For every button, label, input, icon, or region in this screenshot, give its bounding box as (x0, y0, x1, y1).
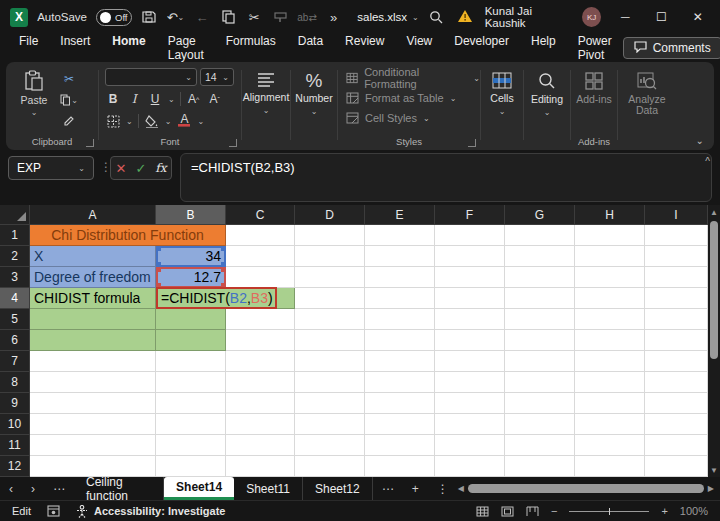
menu-help[interactable]: Help (520, 30, 567, 66)
tab-more-icon[interactable]: ⋯ (44, 482, 74, 496)
column-header-G[interactable]: G (505, 205, 575, 225)
cell-B11[interactable] (156, 435, 226, 456)
cell-A5[interactable] (30, 309, 156, 330)
cell-A7[interactable] (30, 351, 156, 372)
redo-icon[interactable]: ← (193, 8, 210, 26)
accessibility-status[interactable]: Accessibility: Investigate (76, 505, 225, 518)
cell-D5[interactable] (295, 309, 365, 330)
analyze-data-button[interactable]: Analyze Data (618, 62, 676, 150)
cell-F7[interactable] (435, 351, 505, 372)
cell-E7[interactable] (365, 351, 435, 372)
format-painter-button[interactable] (58, 113, 80, 129)
qat-overflow-icon[interactable]: » (325, 8, 342, 26)
cell-C7[interactable] (226, 351, 295, 372)
cell-B6[interactable] (156, 330, 226, 351)
cell-I5[interactable] (645, 309, 708, 330)
menu-power-pivot[interactable]: Power Pivot (567, 30, 623, 66)
formula-bar-collapse-icon[interactable]: ^ (705, 156, 710, 167)
menu-formulas[interactable]: Formulas (215, 30, 287, 66)
cell-A4[interactable]: CHIDIST formula (30, 288, 156, 309)
cell-A9[interactable] (30, 393, 156, 414)
tab-prev-icon[interactable]: ‹ (0, 482, 22, 496)
addins-button[interactable]: Add-ins Add-ins (571, 62, 617, 150)
cell-A6[interactable] (30, 330, 156, 351)
formula-input[interactable]: =CHIDIST(B2,B3) (180, 153, 712, 202)
cell-C1[interactable] (226, 225, 295, 246)
cell-E9[interactable] (365, 393, 435, 414)
cell-G11[interactable] (505, 435, 575, 456)
menu-insert[interactable]: Insert (49, 30, 101, 66)
cell-G2[interactable] (505, 246, 575, 267)
cell-C12[interactable] (226, 456, 295, 477)
column-header-H[interactable]: H (575, 205, 645, 225)
cell-I7[interactable] (645, 351, 708, 372)
alignment-button[interactable]: Alignment ⌄ (242, 62, 290, 150)
cell-G1[interactable] (505, 225, 575, 246)
cell-I10[interactable] (645, 414, 708, 435)
cell-D12[interactable] (295, 456, 365, 477)
cell-A11[interactable] (30, 435, 156, 456)
row-header-5[interactable]: 5 (0, 309, 30, 330)
cell-A2[interactable]: X (30, 246, 156, 267)
cell-I11[interactable] (645, 435, 708, 456)
cell-A10[interactable] (30, 414, 156, 435)
cell-E8[interactable] (365, 372, 435, 393)
cell-G8[interactable] (505, 372, 575, 393)
new-sheet-button[interactable]: + (403, 482, 428, 496)
row-header-10[interactable]: 10 (0, 414, 30, 435)
font-color-button[interactable]: A (176, 113, 192, 129)
cell-D1[interactable] (295, 225, 365, 246)
cell-E5[interactable] (365, 309, 435, 330)
editing-cell-B4[interactable]: =CHIDIST(B2,B3) (156, 287, 277, 309)
cell-D7[interactable] (295, 351, 365, 372)
zoom-slider[interactable] (569, 511, 649, 512)
cell-H11[interactable] (575, 435, 645, 456)
vertical-scrollbar[interactable]: ▲ ▼ (708, 205, 720, 477)
minimize-button[interactable]: ─ (613, 4, 637, 30)
translate-icon[interactable]: ab⇄ (298, 8, 316, 26)
cell-H10[interactable] (575, 414, 645, 435)
cell-C2[interactable] (226, 246, 295, 267)
cell-I2[interactable] (645, 246, 708, 267)
cell-F3[interactable] (435, 267, 505, 288)
cell-H3[interactable] (575, 267, 645, 288)
cell-G12[interactable] (505, 456, 575, 477)
tab-menu-icon[interactable]: ⋮ (428, 482, 458, 496)
cell-I12[interactable] (645, 456, 708, 477)
chevron-down-icon[interactable]: ⌄ (126, 117, 133, 126)
page-break-view-icon[interactable] (526, 506, 539, 517)
cell-C9[interactable] (226, 393, 295, 414)
sheet-tab-sheet12[interactable]: Sheet12 (303, 477, 373, 500)
cut-icon[interactable]: ✂ (246, 8, 263, 26)
cell-E6[interactable] (365, 330, 435, 351)
cell-C5[interactable] (226, 309, 295, 330)
menu-data[interactable]: Data (287, 30, 334, 66)
cut-button[interactable]: ✂ (58, 71, 80, 87)
cell-H6[interactable] (575, 330, 645, 351)
column-header-D[interactable]: D (295, 205, 365, 225)
column-header-I[interactable]: I (645, 205, 708, 225)
column-header-B[interactable]: B (156, 205, 226, 225)
cell-E1[interactable] (365, 225, 435, 246)
font-size-select[interactable]: 14⌄ (200, 68, 234, 86)
row-header-12[interactable]: 12 (0, 456, 30, 477)
cell-I4[interactable] (645, 288, 708, 309)
column-header-A[interactable]: A (30, 205, 156, 225)
sheet-tab-sheet14[interactable]: Sheet14 (164, 477, 234, 500)
copy-button[interactable]: ⌄ (58, 92, 80, 108)
close-button[interactable]: ✕ (686, 4, 710, 30)
increase-font-button[interactable]: A^ (186, 91, 202, 107)
cell-G4[interactable] (505, 288, 575, 309)
underline-button[interactable]: U (147, 91, 163, 107)
cell-D9[interactable] (295, 393, 365, 414)
cell-B9[interactable] (156, 393, 226, 414)
cell-F8[interactable] (435, 372, 505, 393)
cell-H5[interactable] (575, 309, 645, 330)
cell-D11[interactable] (295, 435, 365, 456)
cell-F12[interactable] (435, 456, 505, 477)
row-header-2[interactable]: 2 (0, 246, 30, 267)
font-dialog-launcher[interactable] (229, 139, 237, 147)
cell-B2[interactable]: 34 (156, 246, 226, 267)
row-header-9[interactable]: 9 (0, 393, 30, 414)
maximize-button[interactable]: ☐ (649, 4, 673, 30)
